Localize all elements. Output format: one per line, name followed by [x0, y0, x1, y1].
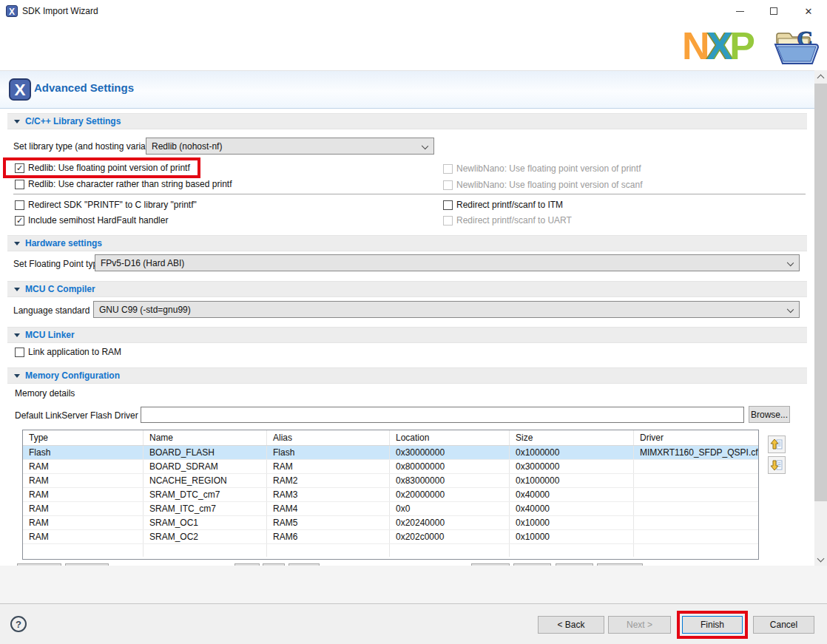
- sdk-import-wizard-window: X SDK Import Wizard ✕ NXP C X Advanced S…: [0, 0, 827, 644]
- cell-size: 0x40000: [510, 502, 634, 515]
- checkbox-redirect-itm[interactable]: Redirect printf/scanf to ITM: [443, 200, 563, 210]
- table-row[interactable]: Flash BOARD_FLASH Flash 0x30000000 0x100…: [23, 446, 758, 460]
- collapse-triangle-icon: [14, 374, 20, 378]
- scroll-down-icon[interactable]: [817, 555, 825, 563]
- cell-size: 0x40000: [510, 488, 634, 501]
- column-header-location[interactable]: Location: [390, 430, 510, 445]
- cell-type: RAM: [23, 474, 144, 487]
- maximize-button[interactable]: [757, 0, 791, 22]
- section-mcu-linker[interactable]: MCU Linker: [7, 327, 807, 343]
- checkbox-label: Redirect printf/scanf to ITM: [456, 200, 563, 210]
- library-type-combo[interactable]: Redlib (nohost-nf): [146, 138, 434, 155]
- column-header-alias[interactable]: Alias: [267, 430, 390, 445]
- scrollbar-thumb[interactable]: [814, 84, 827, 501]
- mcuxpresso-header-icon: X: [9, 78, 31, 101]
- cell-driver: [634, 488, 758, 501]
- back-button[interactable]: < Back: [538, 616, 604, 634]
- move-down-button[interactable]: [768, 456, 786, 474]
- table-row[interactable]: RAM SRAM_ITC_cm7 RAM4 0x0 0x40000: [23, 502, 758, 516]
- checkbox-box: [443, 216, 453, 226]
- help-icon: ?: [16, 619, 21, 630]
- table-row[interactable]: RAM SRAM_OC1 RAM5 0x20240000 0x10000: [23, 516, 758, 530]
- cell-size: 0x3000000: [510, 460, 634, 473]
- cell-name: BOARD_SDRAM: [144, 460, 267, 473]
- language-standard-combo[interactable]: GNU C99 (-std=gnu99): [93, 301, 800, 318]
- checkbox-box: ✓: [15, 216, 24, 226]
- floating-point-value: FPv5-D16 (Hard ABI): [101, 258, 184, 268]
- cell-alias: RAM3: [267, 488, 390, 501]
- checkbox-redlib-char-printf[interactable]: Redlib: Use character rather than string…: [15, 179, 232, 189]
- browse-button[interactable]: Browse...: [749, 406, 790, 423]
- checkbox-label: Redirect SDK "PRINTF" to C library "prin…: [28, 200, 197, 210]
- cell-alias: RAM: [267, 460, 390, 473]
- minimize-button[interactable]: [723, 0, 757, 22]
- cell-location: 0x80000000: [390, 460, 510, 473]
- move-down-icon: [770, 458, 783, 472]
- cell-name: NCACHE_REGION: [144, 474, 267, 487]
- nxp-letter-n: N: [682, 27, 707, 65]
- floating-point-combo[interactable]: FPv5-D16 (Hard ABI): [95, 254, 800, 271]
- finish-button[interactable]: Finish: [682, 616, 743, 634]
- column-header-type[interactable]: Type: [23, 430, 144, 445]
- section-hardware-settings[interactable]: Hardware settings: [7, 235, 807, 251]
- cell-driver: [634, 460, 758, 473]
- footer-padding: [0, 566, 827, 603]
- section-memory-title: Memory Configuration: [25, 370, 120, 381]
- column-header-name[interactable]: Name: [144, 430, 267, 445]
- language-standard-label: Language standard: [13, 305, 90, 316]
- cell-type: RAM: [23, 516, 144, 529]
- checkbox-label: Link application to RAM: [28, 347, 121, 357]
- close-button[interactable]: ✕: [791, 0, 826, 22]
- table-row[interactable]: RAM NCACHE_REGION RAM2 0x83000000 0x1000…: [23, 474, 758, 488]
- svg-text:X: X: [14, 81, 25, 99]
- section-memory-configuration[interactable]: Memory Configuration: [7, 367, 807, 384]
- scroll-up-icon[interactable]: [817, 75, 825, 82]
- table-row[interactable]: RAM SRAM_OC2 RAM6 0x202c0000 0x10000: [23, 530, 758, 544]
- checkbox-box: [15, 348, 24, 357]
- column-header-driver[interactable]: Driver: [634, 430, 758, 445]
- section-mcu-compiler[interactable]: MCU C Compiler: [7, 281, 807, 297]
- cancel-button[interactable]: Cancel: [753, 616, 814, 634]
- cancel-button-label: Cancel: [770, 620, 797, 630]
- section-library-settings[interactable]: C/C++ Library Settings: [7, 113, 807, 129]
- vertical-scrollbar[interactable]: [814, 70, 827, 566]
- cell-location: 0x83000000: [390, 474, 510, 487]
- checkbox-link-to-ram[interactable]: Link application to RAM: [15, 347, 121, 357]
- table-row[interactable]: RAM SRAM_DTC_cm7 RAM3 0x20000000 0x40000: [23, 488, 758, 502]
- page-title: Advanced Settings: [34, 81, 134, 94]
- move-up-button[interactable]: [768, 435, 786, 453]
- cell-empty: [144, 544, 267, 557]
- check-icon: ✓: [16, 217, 23, 225]
- cell-size: 0x1000000: [510, 474, 634, 487]
- table-empty-row: [23, 544, 758, 557]
- cell-type: RAM: [23, 502, 144, 515]
- flash-driver-label: Default LinkServer Flash Driver: [15, 410, 138, 421]
- library-type-label: Set library type (and hosting variant): [13, 141, 156, 152]
- cell-driver: [634, 502, 758, 515]
- cell-size: 0x10000: [510, 530, 634, 543]
- checkbox-box: [443, 164, 453, 174]
- cell-name: BOARD_FLASH: [144, 446, 267, 459]
- section-compiler-title: MCU C Compiler: [25, 284, 95, 294]
- flash-driver-input[interactable]: [141, 407, 744, 423]
- cell-driver: MIMXRT1160_SFDP_QSPI.cfx: [634, 446, 758, 459]
- c-project-folder-icon: C: [772, 27, 820, 68]
- section-linker-title: MCU Linker: [25, 330, 75, 340]
- help-button[interactable]: ?: [10, 616, 27, 632]
- cell-type: Flash: [23, 446, 144, 459]
- table-row[interactable]: RAM BOARD_SDRAM RAM 0x80000000 0x3000000: [23, 460, 758, 474]
- cell-type: RAM: [23, 530, 144, 543]
- cell-empty: [510, 544, 634, 557]
- library-type-value: Redlib (nohost-nf): [152, 141, 222, 152]
- checkbox-semihost-hardfault[interactable]: ✓ Include semihost HardFault handler: [15, 215, 168, 226]
- next-button-label: Next >: [627, 620, 652, 630]
- checkbox-newlibnano-printf: NewlibNano: Use floating point version o…: [443, 163, 641, 174]
- memory-details-label: Memory details: [15, 388, 75, 399]
- finish-button-label: Finish: [701, 620, 724, 630]
- checkbox-label: Redlib: Use floating point version of pr…: [28, 163, 190, 173]
- checkbox-redlib-float-printf[interactable]: ✓ Redlib: Use floating point version of …: [15, 163, 190, 173]
- column-header-size[interactable]: Size: [510, 430, 634, 445]
- nxp-letter-p: P: [729, 27, 752, 65]
- check-icon: ✓: [16, 164, 23, 172]
- checkbox-redirect-sdk-printf[interactable]: Redirect SDK "PRINTF" to C library "prin…: [15, 200, 197, 210]
